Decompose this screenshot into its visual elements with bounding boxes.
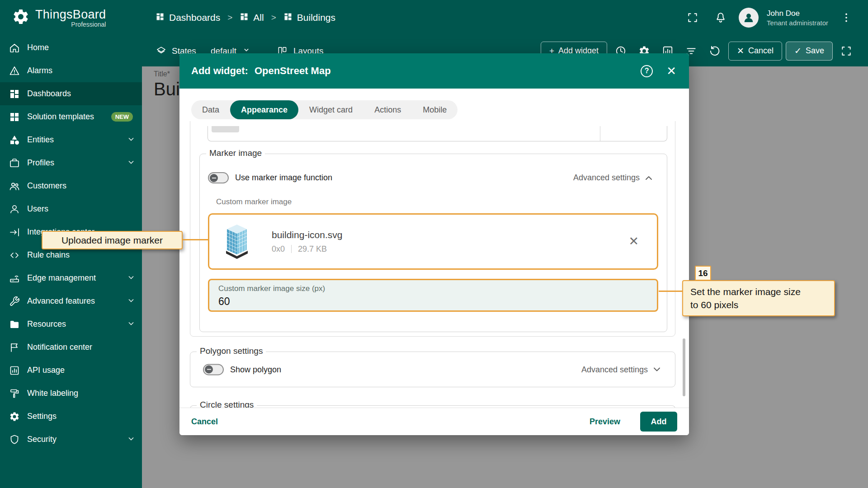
avatar[interactable] — [739, 8, 759, 28]
sidebar-item-notification-center[interactable]: Notification center — [0, 336, 142, 359]
marker-advanced-settings[interactable]: Advanced settings — [573, 173, 654, 183]
profiles-icon — [9, 158, 20, 169]
breadcrumb-separator: > — [271, 13, 276, 23]
settings-gear-icon — [9, 411, 20, 422]
sidebar-item-home[interactable]: Home — [0, 36, 142, 59]
show-polygon-toggle[interactable] — [203, 364, 224, 375]
sidebar-item-users[interactable]: Users — [0, 197, 142, 221]
dialog-scroll-area: Marker image Use marker image function A… — [179, 121, 689, 408]
chevron-down-icon — [127, 135, 136, 145]
building-image-thumbnail — [222, 223, 252, 261]
thingsboard-gear-logo-icon — [12, 8, 30, 28]
uploaded-image-card[interactable]: building-icon.svg 0x0 29.7 KB ✕ — [208, 213, 658, 270]
sidebar-item-api-usage[interactable]: API usage — [0, 359, 142, 382]
sidebar-item-white-labeling[interactable]: White labeling — [0, 382, 142, 405]
dashboards-icon — [9, 89, 20, 99]
custom-marker-image-label: Custom marker image — [216, 197, 292, 206]
chevron-down-icon — [651, 364, 662, 375]
new-badge: NEW — [111, 112, 133, 122]
fullscreen-icon[interactable] — [683, 8, 703, 28]
rule-chains-icon — [9, 250, 20, 261]
close-icon: ✕ — [737, 47, 744, 55]
notifications-bell-icon[interactable] — [711, 8, 731, 28]
remove-image-icon[interactable]: ✕ — [628, 235, 639, 248]
sidebar-item-edge-management[interactable]: Edge management — [0, 267, 142, 290]
entities-icon — [9, 135, 20, 145]
close-dialog-icon[interactable]: ✕ — [666, 65, 676, 77]
user-name: John Doe — [767, 9, 828, 18]
sidebar-item-advanced-features[interactable]: Advanced features — [0, 290, 142, 313]
sidebar-item-profiles[interactable]: Profiles — [0, 151, 142, 174]
help-icon[interactable]: ? — [641, 65, 653, 77]
cancel-edit-button[interactable]: ✕Cancel — [728, 42, 782, 61]
tab-appearance[interactable]: Appearance — [230, 100, 298, 119]
advanced-features-icon — [9, 296, 20, 307]
tab-widget-card[interactable]: Widget card — [298, 100, 363, 119]
sidebar-item-security[interactable]: Security — [0, 428, 142, 451]
white-labeling-icon — [9, 388, 20, 399]
size-input-label: Custom marker image size (px) — [218, 284, 657, 293]
api-usage-icon — [9, 365, 20, 376]
edge-management-icon — [9, 273, 20, 284]
meta-divider — [291, 245, 292, 253]
tab-actions[interactable]: Actions — [363, 100, 412, 119]
home-icon — [9, 42, 20, 53]
integrations-icon — [9, 227, 20, 238]
sidebar-item-alarms[interactable]: Alarms — [0, 59, 142, 82]
chevron-down-icon — [127, 434, 136, 445]
sidebar-item-settings[interactable]: Settings — [0, 405, 142, 428]
breadcrumb: Dashboards > All > Buildings — [156, 12, 335, 23]
marker-image-legend: Marker image — [206, 148, 265, 158]
chevron-up-icon — [643, 173, 654, 183]
annotation-set-marker-size: Set the marker image size to 60 pixels — [682, 280, 835, 316]
use-marker-image-function-toggle[interactable] — [208, 172, 229, 183]
truncated-thumbnail — [212, 126, 239, 132]
resources-icon — [9, 319, 20, 330]
version-history-icon[interactable] — [705, 41, 725, 61]
application-window: ThingsBoard Professional Home Alarms Das… — [0, 0, 868, 488]
logo-text: ThingsBoard Professional — [35, 8, 106, 28]
dialog-preview-button[interactable]: Preview — [590, 417, 620, 427]
breadcrumb-buildings[interactable]: Buildings — [283, 12, 335, 23]
dialog-header: Add widget:OpenStreet Map ? ✕ — [179, 53, 689, 89]
tab-data[interactable]: Data — [191, 100, 230, 119]
security-shield-icon — [9, 434, 20, 445]
circle-settings-legend: Circle settings — [197, 400, 257, 408]
sidebar-item-resources[interactable]: Resources — [0, 313, 142, 336]
uploaded-file-size: 29.7 KB — [298, 244, 327, 254]
tab-mobile[interactable]: Mobile — [412, 100, 458, 119]
annotation-connector-right — [659, 291, 683, 292]
chevron-down-icon — [127, 158, 136, 169]
breadcrumb-separator: > — [227, 13, 232, 23]
breadcrumb-all[interactable]: All — [240, 12, 264, 23]
thingsboard-logo[interactable]: ThingsBoard Professional — [0, 0, 142, 35]
logo-title: ThingsBoard — [35, 8, 106, 22]
dialog-scrollbar[interactable] — [683, 338, 685, 396]
breadcrumb-dashboards[interactable]: Dashboards — [156, 12, 220, 23]
states-icon — [156, 46, 166, 56]
logo-subtitle: Professional — [35, 21, 106, 28]
polygon-settings-legend: Polygon settings — [197, 346, 266, 356]
toggle-knob — [210, 174, 218, 182]
annotation-step-badge: 16 — [695, 266, 711, 281]
truncated-field-above — [208, 126, 667, 141]
size-input-value: 60 — [218, 296, 657, 308]
add-widget-dialog: Add widget:OpenStreet Map ? ✕ Data Appea… — [179, 53, 689, 435]
custom-marker-image-size-input[interactable]: Custom marker image size (px) 60 — [208, 279, 658, 312]
solution-templates-icon — [9, 112, 20, 122]
dashboards-icon — [240, 12, 249, 23]
more-vert-icon[interactable] — [836, 8, 856, 28]
save-dashboard-button[interactable]: ✓Save — [786, 42, 833, 61]
users-icon — [9, 204, 20, 215]
sidebar-item-entities[interactable]: Entities — [0, 128, 142, 151]
dialog-cancel-button[interactable]: Cancel — [191, 417, 218, 427]
dialog-add-button[interactable]: Add — [640, 412, 677, 432]
sidebar-item-solution-templates[interactable]: Solution templates NEW — [0, 105, 142, 128]
annotation-connector-left — [183, 239, 208, 240]
polygon-advanced-settings[interactable]: Advanced settings — [581, 364, 662, 375]
fullscreen-icon[interactable] — [836, 41, 856, 61]
user-info[interactable]: John Doe Tenant administrator — [767, 9, 828, 27]
polygon-settings-fieldset: Polygon settings Show polygon Advanced s… — [190, 352, 675, 387]
sidebar-item-dashboards[interactable]: Dashboards — [0, 82, 142, 105]
sidebar-item-customers[interactable]: Customers — [0, 174, 142, 197]
